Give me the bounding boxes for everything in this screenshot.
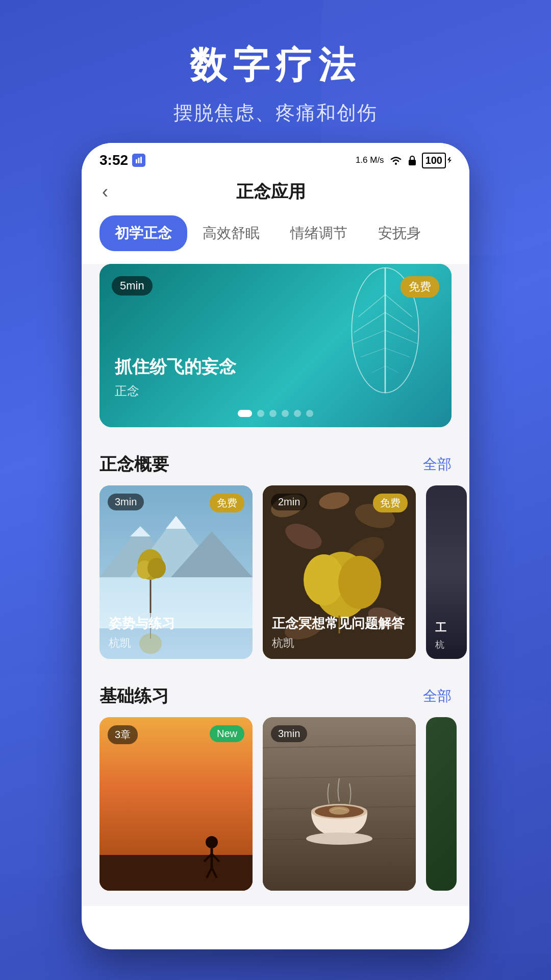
battery-display: 100 — [422, 153, 452, 168]
basics-card1-chapter: 3章 — [108, 725, 138, 744]
nav-title: 正念应用 — [116, 180, 426, 204]
hero-pagination-dots — [238, 410, 313, 417]
basics-card1-new-badge: New — [210, 725, 244, 742]
overview-more-button[interactable]: 全部 — [423, 455, 452, 474]
tab-sleep[interactable]: 高效舒眠 — [187, 215, 275, 251]
charging-icon — [447, 157, 452, 163]
tab-comfort[interactable]: 安抚身 — [363, 215, 436, 251]
hero-text-area: 抓住纷飞的妄念 正念 — [115, 355, 236, 399]
wifi-icon — [389, 155, 403, 165]
phone-frame: 3:52 1.6 M/s — [82, 143, 469, 949]
basics-card-2[interactable]: 3min — [263, 717, 416, 891]
lock-icon — [408, 155, 417, 165]
overview-section-header: 正念概要 全部 — [82, 443, 469, 485]
tab-beginner[interactable]: 初学正念 — [99, 215, 187, 251]
overview-title: 正念概要 — [99, 453, 169, 476]
dot-3 — [269, 410, 277, 417]
basics-card-3[interactable] — [426, 717, 457, 891]
card3-text: 工 杭 — [435, 621, 458, 651]
svg-point-27 — [147, 558, 166, 578]
svg-rect-4 — [409, 160, 416, 165]
card2-title: 正念冥想常见问题解答 — [272, 615, 407, 632]
card2-duration: 2min — [271, 494, 307, 510]
dot-1 — [238, 410, 252, 417]
page-subtitle: 摆脱焦虑、疼痛和创伤 — [0, 100, 551, 126]
basics-card2-duration: 3min — [271, 725, 307, 742]
svg-rect-2 — [140, 157, 142, 163]
svg-line-12 — [385, 330, 417, 344]
svg-line-8 — [385, 295, 412, 317]
svg-point-59 — [306, 832, 372, 845]
card3-title: 工 — [435, 621, 458, 635]
status-right: 1.6 M/s 100 — [356, 153, 452, 168]
svg-line-10 — [385, 312, 416, 332]
time-display: 3:52 — [99, 152, 128, 168]
hero-free-badge: 免费 — [400, 276, 439, 298]
svg-point-38 — [338, 556, 381, 609]
dot-6 — [306, 410, 313, 417]
page-title: 数字疗法 — [0, 41, 551, 90]
top-nav: ‹ 正念应用 — [82, 174, 469, 215]
hero-banner[interactable]: 5min 免费 抓住纷飞的妄念 正念 — [99, 264, 452, 427]
signal-display: 1.6 M/s — [356, 156, 384, 165]
basics-card3-bg — [426, 717, 457, 891]
svg-rect-0 — [136, 159, 137, 163]
svg-line-7 — [359, 295, 386, 317]
svg-rect-1 — [138, 158, 140, 163]
card3-author: 杭 — [435, 639, 458, 651]
svg-line-16 — [385, 366, 398, 373]
basics-card-row: 3章 New — [82, 717, 469, 906]
card1-duration: 3min — [108, 494, 144, 510]
card1-free-badge: 免费 — [210, 494, 244, 512]
dot-5 — [294, 410, 301, 417]
overview-card-1[interactable]: 3min 免费 姿势与练习 杭凯 — [99, 485, 253, 659]
hero-subtitle: 正念 — [115, 383, 236, 399]
card2-text: 正念冥想常见问题解答 杭凯 — [272, 615, 407, 651]
basics-title: 基础练习 — [99, 684, 169, 708]
status-bar: 3:52 1.6 M/s — [82, 143, 469, 174]
card1-author: 杭凯 — [109, 635, 243, 651]
dot-2 — [257, 410, 264, 417]
status-time: 3:52 — [99, 152, 145, 168]
dot-4 — [282, 410, 289, 417]
card1-title: 姿势与练习 — [109, 615, 243, 632]
status-badge-icon — [132, 154, 145, 167]
tab-emotion[interactable]: 情绪调节 — [275, 215, 363, 251]
basics-more-button[interactable]: 全部 — [423, 687, 452, 706]
card2-author: 杭凯 — [272, 635, 407, 651]
hero-duration-badge: 5min — [112, 276, 153, 296]
card1-text: 姿势与练习 杭凯 — [109, 615, 243, 651]
svg-line-13 — [361, 348, 385, 357]
scroll-content: 5min 免费 抓住纷飞的妄念 正念 正念概要 全部 — [82, 264, 469, 906]
coffee-scene-svg — [263, 717, 416, 891]
svg-rect-43 — [99, 855, 253, 891]
battery-level: 100 — [422, 153, 446, 168]
basics-section-header: 基础练习 全部 — [82, 674, 469, 717]
basics-card-1[interactable]: 3章 New — [99, 717, 253, 891]
hero-title: 抓住纷飞的妄念 — [115, 355, 236, 379]
overview-card-row: 3min 免费 姿势与练习 杭凯 — [82, 485, 469, 674]
category-tabs: 初学正念 高效舒眠 情绪调节 安抚身 — [82, 215, 469, 264]
overview-card-2[interactable]: 2min 免费 正念冥想常见问题解答 杭凯 — [263, 485, 416, 659]
svg-line-11 — [353, 330, 385, 344]
svg-point-3 — [395, 163, 397, 165]
overview-card-3[interactable]: 工 杭 — [426, 485, 467, 659]
card2-free-badge: 免费 — [373, 494, 408, 512]
svg-point-44 — [206, 836, 218, 848]
svg-line-15 — [372, 366, 385, 373]
svg-line-9 — [354, 312, 385, 332]
back-button[interactable]: ‹ — [99, 179, 116, 205]
svg-line-14 — [385, 348, 410, 357]
svg-point-37 — [304, 554, 344, 605]
page-header: 数字疗法 摆脱焦虑、疼痛和创伤 — [0, 0, 551, 146]
